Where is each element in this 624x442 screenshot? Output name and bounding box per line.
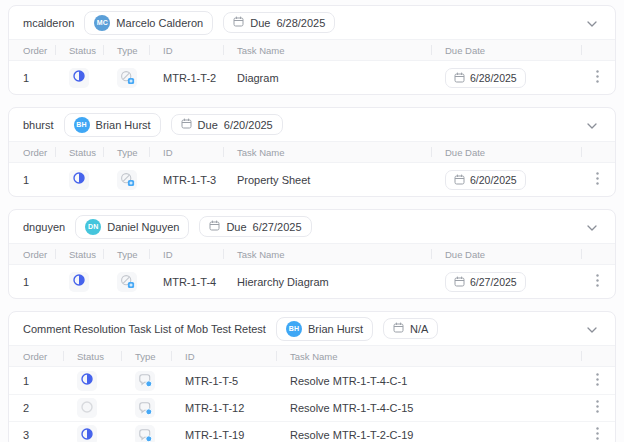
column-header-due-date: Due Date bbox=[431, 40, 581, 60]
type-cell bbox=[121, 425, 171, 442]
assignee-pill[interactable]: DN Daniel Nguyen bbox=[75, 215, 189, 239]
calendar-icon bbox=[454, 72, 465, 83]
task-name-cell: Hierarchy Diagram bbox=[223, 276, 431, 288]
row-menu-button[interactable] bbox=[587, 272, 607, 292]
collapse-button[interactable] bbox=[583, 317, 601, 340]
task-id-cell: MTR-1-T-5 bbox=[171, 375, 276, 387]
column-header-due-date: Due Date bbox=[431, 142, 581, 162]
task-name-cell: Diagram bbox=[223, 72, 431, 84]
table-row: 3MTR-1-T-19Resolve MTR-1-T-2-C-19 bbox=[9, 421, 615, 442]
avatar: BH bbox=[74, 117, 90, 133]
column-header-task-name: Task Name bbox=[276, 346, 581, 366]
table-row: 1MTR-1-T-2Diagram6/28/2025 bbox=[9, 61, 615, 94]
due-date-cell: 6/28/2025 bbox=[431, 68, 581, 88]
status-button[interactable] bbox=[77, 371, 97, 391]
due-label: Due bbox=[198, 119, 218, 131]
table-row: 1MTR-1-T-5Resolve MTR-1-T-4-C-1 bbox=[9, 367, 615, 394]
column-header-order: Order bbox=[9, 244, 55, 264]
order-cell: 1 bbox=[9, 72, 55, 84]
column-header-id: ID bbox=[171, 346, 276, 366]
collapse-button[interactable] bbox=[583, 11, 601, 34]
task-id-cell: MTR-1-T-2 bbox=[149, 72, 223, 84]
diagram-type-icon bbox=[117, 68, 137, 88]
table-header-row: OrderStatusTypeIDTask NameDue Date bbox=[9, 243, 615, 265]
order-cell: 1 bbox=[9, 375, 63, 387]
type-cell bbox=[103, 170, 149, 190]
due-value: 6/20/2025 bbox=[224, 119, 273, 131]
task-list-card: Comment Resolution Task List of Mob Test… bbox=[8, 311, 616, 442]
column-header-task-name: Task Name bbox=[223, 142, 431, 162]
assignee-name: Daniel Nguyen bbox=[107, 221, 179, 233]
due-date-button[interactable]: 6/27/2025 bbox=[445, 272, 526, 292]
due-date-value: 6/27/2025 bbox=[470, 276, 517, 288]
card-title: mcalderon bbox=[23, 17, 74, 29]
collapse-button[interactable] bbox=[583, 215, 601, 238]
status-cell bbox=[63, 398, 121, 418]
chevron-down-icon bbox=[587, 15, 597, 30]
assignee-name: Marcelo Calderon bbox=[116, 17, 203, 29]
in-progress-status-icon bbox=[81, 373, 93, 388]
due-date-pill[interactable]: Due 6/27/2025 bbox=[199, 216, 311, 237]
due-date-button[interactable]: 6/28/2025 bbox=[445, 68, 526, 88]
due-date-pill[interactable]: Due 6/28/2025 bbox=[223, 12, 335, 33]
due-label: Due bbox=[226, 221, 246, 233]
due-date-pill[interactable]: Due 6/20/2025 bbox=[171, 114, 283, 135]
column-header-type: Type bbox=[103, 142, 149, 162]
in-progress-status-icon bbox=[73, 172, 85, 187]
assignee-name: Brian Hurst bbox=[308, 323, 363, 335]
status-cell bbox=[55, 170, 103, 190]
type-cell bbox=[121, 398, 171, 418]
status-button[interactable] bbox=[69, 272, 89, 292]
column-header-actions bbox=[581, 244, 615, 264]
table-header-row: OrderStatusTypeIDTask NameDue Date bbox=[9, 141, 615, 163]
due-date-button[interactable]: 6/20/2025 bbox=[445, 170, 526, 190]
actions-cell bbox=[581, 371, 615, 391]
status-button[interactable] bbox=[69, 68, 89, 88]
row-menu-button[interactable] bbox=[587, 68, 607, 88]
row-menu-button[interactable] bbox=[587, 425, 607, 442]
due-label: Due bbox=[250, 17, 270, 29]
card-header: dnguyen DN Daniel Nguyen Due 6/27/2025 bbox=[9, 210, 615, 243]
actions-cell bbox=[581, 398, 615, 418]
row-menu-button[interactable] bbox=[587, 371, 607, 391]
table-row: 1MTR-1-T-4Hierarchy Diagram6/27/2025 bbox=[9, 265, 615, 298]
chevron-down-icon bbox=[587, 117, 597, 132]
card-header: bhurst BH Brian Hurst Due 6/20/2025 bbox=[9, 108, 615, 141]
order-cell: 3 bbox=[9, 429, 63, 441]
not-started-status-icon bbox=[81, 401, 93, 416]
status-button[interactable] bbox=[77, 425, 97, 442]
column-header-task-name: Task Name bbox=[223, 40, 431, 60]
status-button[interactable] bbox=[77, 398, 97, 418]
calendar-icon bbox=[181, 118, 192, 131]
due-date-pill[interactable]: N/A bbox=[383, 318, 438, 339]
avatar: BH bbox=[286, 321, 302, 337]
assignee-pill[interactable]: MC Marcelo Calderon bbox=[84, 11, 213, 35]
task-name-cell: Resolve MTR-1-T-4-C-15 bbox=[276, 402, 581, 414]
column-header-id: ID bbox=[149, 40, 223, 60]
calendar-icon bbox=[454, 174, 465, 185]
assignee-pill[interactable]: BH Brian Hurst bbox=[276, 317, 373, 341]
table-body: 1MTR-1-T-4Hierarchy Diagram6/27/2025 bbox=[9, 265, 615, 298]
column-header-type: Type bbox=[103, 244, 149, 264]
column-header-order: Order bbox=[9, 142, 55, 162]
row-menu-button[interactable] bbox=[587, 398, 607, 418]
assignee-pill[interactable]: BH Brian Hurst bbox=[64, 113, 161, 137]
collapse-button[interactable] bbox=[583, 113, 601, 136]
column-header-type: Type bbox=[121, 346, 171, 366]
calendar-icon bbox=[233, 16, 244, 29]
actions-cell bbox=[581, 170, 615, 190]
avatar: MC bbox=[94, 15, 110, 31]
kebab-menu-icon bbox=[596, 427, 599, 442]
in-progress-status-icon bbox=[73, 274, 85, 289]
column-header-actions bbox=[581, 142, 615, 162]
column-header-id: ID bbox=[149, 244, 223, 264]
column-header-type: Type bbox=[103, 40, 149, 60]
due-value: 6/28/2025 bbox=[276, 17, 325, 29]
card-header: Comment Resolution Task List of Mob Test… bbox=[9, 312, 615, 345]
column-header-order: Order bbox=[9, 346, 63, 366]
task-id-cell: MTR-1-T-3 bbox=[149, 174, 223, 186]
task-name-cell: Resolve MTR-1-T-4-C-1 bbox=[276, 375, 581, 387]
row-menu-button[interactable] bbox=[587, 170, 607, 190]
calendar-icon bbox=[209, 220, 220, 233]
status-button[interactable] bbox=[69, 170, 89, 190]
